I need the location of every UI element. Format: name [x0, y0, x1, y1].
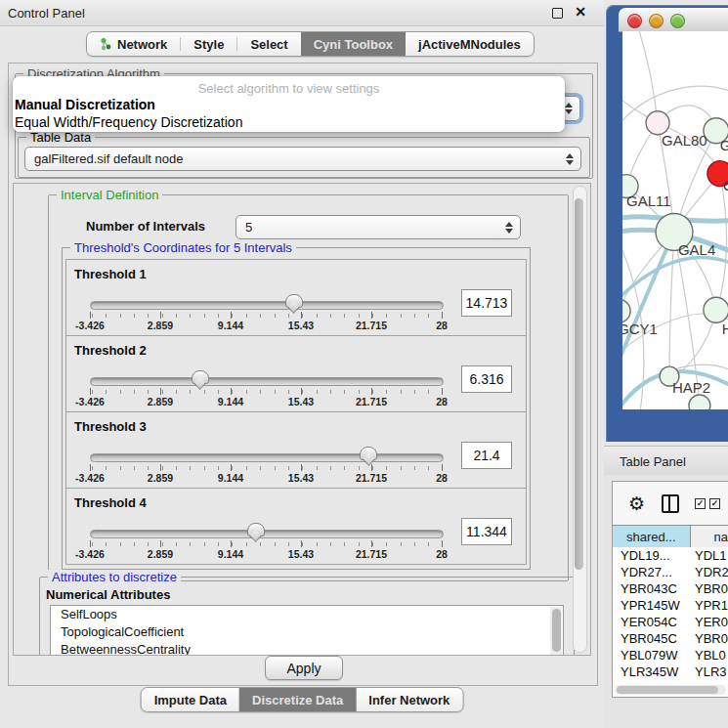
- numerical-attributes-list[interactable]: SelfLoopsTopologicalCoefficientBetweenne…: [50, 605, 564, 656]
- attribute-list-item[interactable]: TopologicalCoefficient: [51, 623, 563, 641]
- table-row[interactable]: YLR345WYLR3: [613, 664, 728, 680]
- algorithm-option[interactable]: Manual Discretization: [13, 96, 565, 113]
- tab-discretize-data[interactable]: Discretize Data: [239, 688, 356, 711]
- traffic-light-zoom-icon[interactable]: [670, 14, 685, 28]
- slider-major-tick: [301, 464, 302, 471]
- threshold-label: Threshold 3: [74, 419, 147, 434]
- number-of-intervals-label: Number of Intervals: [86, 219, 205, 234]
- tick-label: 21.715: [356, 472, 387, 484]
- number-of-intervals-combobox[interactable]: 5: [236, 215, 521, 239]
- table-data-legend: Table Data: [26, 130, 95, 145]
- slider-track[interactable]: [90, 453, 444, 462]
- table-row[interactable]: YER054CYER0: [613, 614, 728, 630]
- cell-name: YBR0: [691, 581, 728, 596]
- cyni-bottom-tabbar: Impute DataDiscretize DataInfer Network: [141, 687, 464, 712]
- network-node-green[interactable]: [622, 299, 630, 322]
- list-scrollbar[interactable]: [550, 607, 562, 656]
- attribute-list-item[interactable]: BetweennessCentrality: [51, 641, 563, 656]
- slider-major-tick: [301, 540, 302, 547]
- network-edge[interactable]: [717, 174, 726, 309]
- threshold-value-field[interactable]: 21.4: [461, 442, 512, 469]
- slider-track[interactable]: [90, 377, 444, 386]
- control-panel-titlebar: Control Panel ✕: [0, 0, 604, 26]
- network-edge[interactable]: [622, 232, 674, 364]
- checkbox-icon[interactable]: ✓: [709, 498, 720, 509]
- table-hscrollbar[interactable]: [615, 685, 726, 695]
- network-edge[interactable]: [638, 31, 658, 123]
- apply-button[interactable]: Apply: [265, 656, 343, 680]
- cell-shared-name: YBR043C: [613, 581, 691, 596]
- settings-scrollbar-thumb[interactable]: [575, 198, 583, 570]
- tab-impute-data[interactable]: Impute Data: [142, 688, 239, 711]
- slider-minor-ticks: [92, 542, 442, 546]
- slider-thumb[interactable]: [285, 294, 303, 308]
- node-label-hap2: HAP2: [672, 379, 710, 396]
- tab-infer-network[interactable]: Infer Network: [356, 688, 462, 711]
- network-node-green[interactable]: [704, 297, 728, 322]
- algorithm-option[interactable]: Equal Width/Frequency Discretization: [13, 113, 565, 131]
- algorithm-dropdown-hint: Select algorithm to view settings: [13, 81, 565, 96]
- tab-network[interactable]: Network: [87, 32, 180, 56]
- combo-stepper-icon: [566, 153, 574, 165]
- table-row[interactable]: YBR045CYBR0: [613, 630, 728, 647]
- cell-shared-name: YER054C: [613, 615, 691, 629]
- table-row[interactable]: YDR27...YDR2: [613, 564, 728, 580]
- settings-scrollbar[interactable]: [573, 186, 587, 653]
- table-panel-titlebar: Table Panel: [604, 446, 728, 477]
- numerical-attributes-label: Numerical Attributes: [46, 587, 170, 602]
- table-row[interactable]: YIL052CYIL0: [613, 680, 728, 684]
- gear-icon[interactable]: ⚙: [628, 492, 645, 515]
- tab-cyni-toolbox[interactable]: Cyni Toolbox: [301, 32, 406, 56]
- threshold-value-field[interactable]: 6.316: [461, 365, 512, 393]
- tick-label: 9.144: [218, 396, 243, 407]
- threshold-panel: Threshold 4-3.4262.8599.14415.4321.71528…: [65, 488, 527, 565]
- control-panel: Control Panel ✕ NetworkStyleSelectCyni T…: [0, 0, 604, 728]
- column-header-shared-name[interactable]: shared...: [613, 526, 691, 547]
- tick-label: -3.426: [75, 548, 105, 560]
- node-table: ⚙ ✓ ✓ shared... na YDL19...YDL1YDR27...Y…: [612, 481, 728, 698]
- slider-thumb[interactable]: [247, 523, 265, 536]
- network-node-green[interactable]: [689, 395, 710, 409]
- tab-label: jActiveMNodules: [418, 37, 521, 52]
- network-canvas[interactable]: GAL80GACGAL11GAL4GCY1HHAP2: [622, 31, 728, 409]
- columns-icon[interactable]: [662, 494, 679, 513]
- close-icon[interactable]: ✕: [575, 4, 586, 20]
- slider-thumb[interactable]: [192, 370, 209, 384]
- threshold-slider: -3.4262.8599.14415.4321.71528: [90, 526, 442, 561]
- tick-label: 15.43: [288, 396, 314, 407]
- list-scrollbar-thumb[interactable]: [552, 609, 561, 652]
- table-hscrollbar-thumb[interactable]: [617, 686, 718, 694]
- tick-label: 15.43: [288, 548, 314, 560]
- traffic-light-minimize-icon[interactable]: [649, 14, 664, 28]
- table-rows: YDL19...YDL1YDR27...YDR2YBR043CYBR0YPR14…: [613, 547, 728, 684]
- traffic-light-close-icon[interactable]: [627, 14, 642, 28]
- network-icon: [100, 37, 112, 51]
- column-header-name[interactable]: na: [691, 526, 728, 547]
- checkbox-icon[interactable]: ✓: [695, 498, 706, 509]
- table-row[interactable]: YPR145WYPR1: [613, 597, 728, 614]
- table-row[interactable]: YBL079WYBL0: [613, 647, 728, 664]
- slider-track[interactable]: [90, 301, 444, 310]
- float-window-icon[interactable]: [552, 8, 563, 19]
- threshold-value-field[interactable]: 14.713: [461, 289, 512, 317]
- control-panel-title: Control Panel: [8, 6, 85, 21]
- slider-track[interactable]: [90, 530, 444, 538]
- table-row[interactable]: YBR043CYBR0: [613, 580, 728, 597]
- network-window-titlebar[interactable]: [619, 8, 728, 32]
- slider-thumb[interactable]: [360, 447, 377, 460]
- table-row[interactable]: YDL19...YDL1: [613, 547, 728, 564]
- attribute-list-item[interactable]: SelfLoops: [51, 606, 563, 623]
- tab-select[interactable]: Select: [237, 32, 300, 56]
- table-data-combobox[interactable]: galFiltered.sif default node: [24, 147, 581, 171]
- algorithm-dropdown-popup: Select algorithm to view settings Manual…: [13, 76, 565, 132]
- threshold-label: Threshold 1: [74, 267, 147, 281]
- network-edge[interactable]: [669, 232, 674, 375]
- tick-label: 21.715: [356, 548, 387, 560]
- threshold-value-field[interactable]: 11.344: [461, 518, 512, 545]
- thresholds-legend: Threshold's Coordinates for 5 Intervals: [70, 240, 296, 255]
- tab-style[interactable]: Style: [181, 32, 236, 56]
- tab-jactivemnodules[interactable]: jActiveMNodules: [406, 32, 534, 56]
- tick-label: 28: [436, 396, 448, 407]
- attributes-group: Attributes to discretize Numerical Attri…: [39, 577, 575, 656]
- slider-major-tick: [371, 312, 372, 319]
